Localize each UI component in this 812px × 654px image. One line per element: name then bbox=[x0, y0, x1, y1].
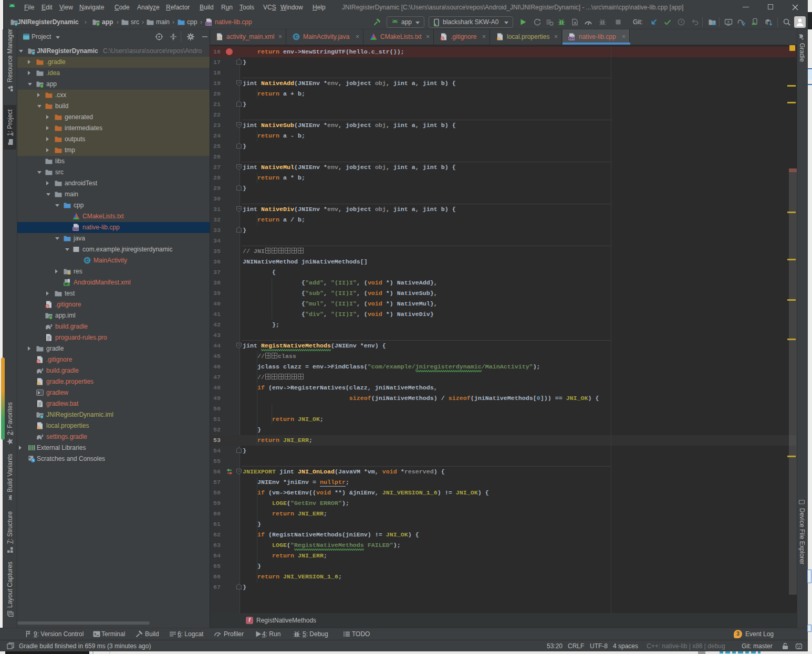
svg-text:MF: MF bbox=[65, 282, 69, 286]
svg-text:C++: C++ bbox=[569, 37, 574, 40]
svg-text:C: C bbox=[86, 258, 89, 263]
svg-text:C++: C++ bbox=[206, 22, 211, 25]
svg-text:C: C bbox=[295, 34, 298, 39]
svg-text:C++: C++ bbox=[73, 227, 78, 230]
